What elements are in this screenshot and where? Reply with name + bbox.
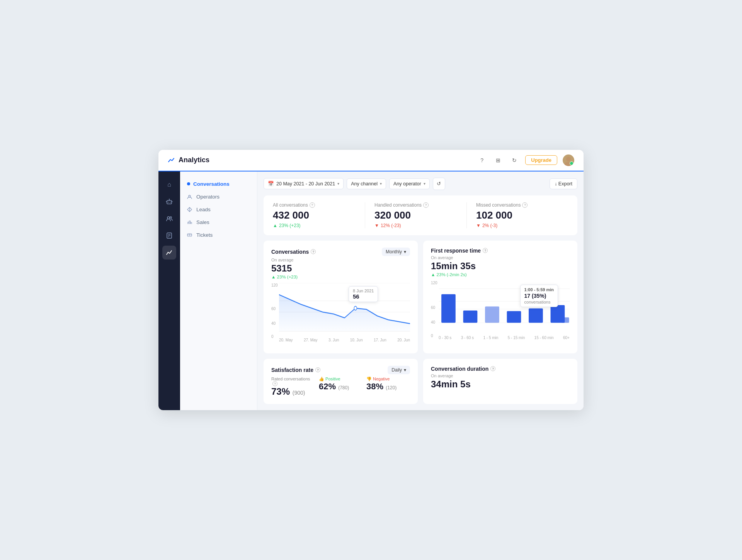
resp-y-60: 60 [431,305,435,310]
handled-conv-label: Handled conversations ? [374,202,457,208]
rated-info-icon[interactable]: ? [272,381,277,386]
filter-bar: 📅 20 May 2021 - 20 Jun 2021 ▾ Any channe… [264,178,577,190]
y-label-60: 60 [271,307,276,311]
sidebar-icon-reports[interactable] [162,229,176,243]
bar-x-4: 15 - 60 min [534,336,554,340]
svg-rect-32 [463,311,478,323]
calendar-icon: 📅 [268,181,274,187]
help-button[interactable]: ? [477,155,487,166]
bar-x-2: 1 - 5 min [483,336,498,340]
sidebar-item-sales[interactable]: Sales [180,216,257,229]
sidebar-item-leads[interactable]: Leads [180,203,257,216]
dur-avg-value: 34min 5s [431,379,570,390]
missed-conv-value: 102 000 [476,209,559,221]
bar-x-3: 5 - 15 min [508,336,525,340]
negative-value: 38% (120) [366,382,410,392]
sidebar-label-conversations: Conversations [193,181,230,187]
x-label-4: 17. Jun [374,338,386,342]
header-actions: ? ⊞ ↻ Upgrade [477,154,574,166]
handled-conv-info-icon[interactable]: ? [423,202,429,208]
rated-value: 73% (900) [271,386,315,397]
bar-x-1: 3 - 60 s [461,336,474,340]
sat-period-button[interactable]: Daily ▾ [388,366,410,374]
x-labels: 20. May 27. May 3. Jun 10. Jun 17. Jun 2… [279,338,410,342]
conv-info-icon[interactable]: ? [311,249,316,254]
conv-chart-header: Conversations ? Monthly ▾ [271,248,410,256]
sidebar-item-conversations[interactable]: Conversations [180,178,257,190]
conversations-chart-card: Conversations ? Monthly ▾ On average 531… [264,241,418,353]
resp-y-120: 120 [431,281,437,285]
sidebar-icon-home[interactable]: ⌂ [162,178,176,192]
operators-icon [187,194,193,199]
y-label-120: 120 [271,283,278,287]
operator-filter[interactable]: Any operator ▾ [389,178,430,189]
x-label-5: 20. Jun [397,338,410,342]
svg-point-4 [170,202,171,202]
channel-filter[interactable]: Any channel ▾ [347,178,386,189]
x-label-0: 20. May [279,338,293,342]
sidebar-label-leads: Leads [196,207,211,212]
x-label-1: 27. May [304,338,318,342]
resp-up-icon: ▲ [431,272,435,277]
period-button[interactable]: Monthly ▾ [382,248,410,256]
sidebar-icon-analytics[interactable] [162,246,176,260]
resp-info-icon[interactable]: ? [483,248,488,253]
header-left: Analytics [168,156,209,164]
svg-point-15 [189,195,191,197]
positive-group: 👍 Positive 62% (780) [319,377,362,397]
all-conv-info-icon[interactable]: ? [310,202,315,208]
sat-header: Satisfaction rate ? Daily ▾ [271,366,410,374]
svg-point-26 [354,306,357,310]
response-chart-card: First response time ? On average 15min 3… [423,241,577,353]
leads-icon [187,207,193,212]
dur-header: Conversation duration ? [431,366,570,372]
thumbs-up-icon: 👍 [319,377,324,381]
conversations-dot [187,182,190,185]
period-chevron-icon: ▾ [404,249,406,255]
conv-up-icon: ▲ [271,275,276,279]
date-range-filter[interactable]: 📅 20 May 2021 - 20 Jun 2021 ▾ [264,178,344,189]
sidebar-item-operators[interactable]: Operators [180,190,257,203]
sat-chevron-icon: ▾ [404,367,406,373]
upgrade-button[interactable]: Upgrade [525,155,557,165]
sidebar-icon-bot[interactable] [162,195,176,209]
positive-value: 62% (780) [319,382,362,392]
conv-change: ▲ 23% (+23) [271,275,410,279]
sat-info-icon[interactable]: ? [315,367,320,372]
dur-info-icon[interactable]: ? [490,366,495,371]
svg-point-3 [168,202,169,202]
reset-filter-button[interactable]: ↺ [433,178,445,190]
y-label-0: 0 [271,334,274,339]
missed-conv-label: Missed conversations ? [476,202,559,208]
bar-x-0: 0 - 30 s [439,336,451,340]
svg-rect-34 [507,311,521,322]
x-label-3: 10. Jun [350,338,363,342]
icon-sidebar: ⌂ [158,171,180,411]
sidebar-item-tickets[interactable]: Tickets [180,229,257,241]
charts-row: Conversations ? Monthly ▾ On average 531… [264,241,577,353]
resp-y-40: 40 [431,320,435,324]
sidebar-label-operators: Operators [196,194,220,200]
missed-conv-info-icon[interactable]: ? [522,202,528,208]
grid-button[interactable]: ⊞ [493,155,504,166]
sat-title: Satisfaction rate ? [271,367,320,373]
satisfaction-grid: Rated conversations ? 73% (900) 👍 [271,377,410,397]
conv-chart-area: 120 60 40 0 [271,283,410,345]
operator-value: Any operator [393,181,421,187]
stats-card: All conversations ? 432 000 ▲ 23% (+23) … [264,195,577,235]
export-button[interactable]: ↓ Export [550,178,577,189]
resp-avg-value: 15min 35s [431,261,570,272]
duration-card: Conversation duration ? On average 34min… [423,359,577,404]
sidebar-label-tickets: Tickets [196,232,213,238]
avatar[interactable] [563,154,574,166]
bottom-row: Satisfaction rate ? Daily ▾ Rated conver… [264,359,577,404]
down-arrow-icon: ▼ [374,223,379,228]
tickets-icon [187,232,193,238]
sidebar-icon-contacts[interactable] [162,212,176,226]
all-conv-label: All conversations ? [273,202,356,208]
refresh-button[interactable]: ↻ [509,155,520,166]
app-window: Analytics ? ⊞ ↻ Upgrade ⌂ [158,150,584,411]
y-label-40: 40 [271,321,276,326]
svg-point-6 [169,199,170,199]
nav-sidebar: Conversations Operators [180,171,257,411]
